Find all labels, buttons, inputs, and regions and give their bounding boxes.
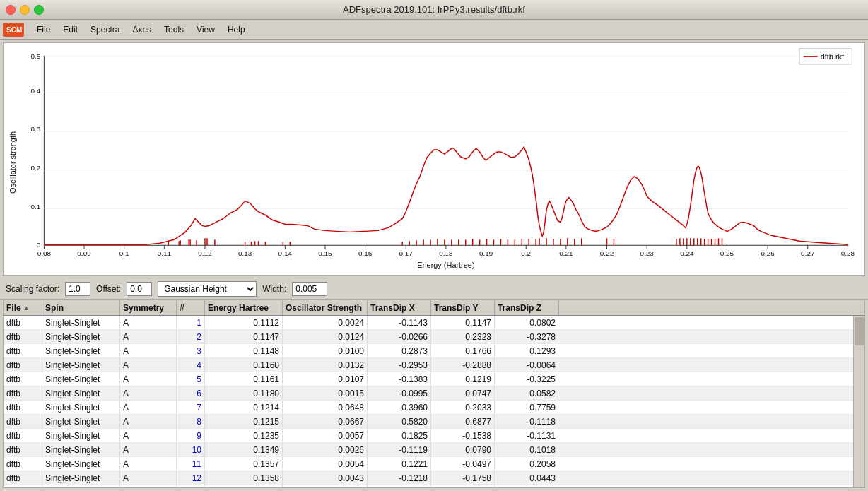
table-cell: Singlet-Singlet	[42, 401, 120, 414]
table-cell: -0.1143	[368, 316, 431, 329]
table-cell: -0.1383	[368, 372, 431, 386]
col-osc[interactable]: Oscillator Strength	[283, 300, 368, 315]
table-cell: 0.0132	[283, 358, 368, 372]
table-cell: -0.0262	[495, 485, 558, 487]
table-cell: -0.1131	[495, 429, 558, 442]
menu-edit[interactable]: Edit	[57, 23, 83, 37]
svg-text:0.26: 0.26	[761, 249, 775, 257]
table-cell: Singlet-Singlet	[42, 344, 120, 357]
table-cell: 0.1219	[431, 372, 495, 386]
table-cell: 1	[177, 316, 205, 329]
table-cell: 0.0107	[283, 372, 368, 386]
scm-logo[interactable]: SCM	[3, 23, 24, 37]
table-cell: 0.0099	[283, 485, 368, 487]
svg-text:dftb.rkf: dftb.rkf	[821, 52, 845, 61]
col-file[interactable]: File ▲	[4, 300, 42, 315]
table-cell: dftb	[4, 485, 42, 487]
table-cell: A	[120, 372, 177, 386]
table-cell: 0.1180	[205, 386, 283, 400]
table-row[interactable]: dftbSinglet-SingletA30.11480.01000.28730…	[4, 344, 853, 358]
menu-spectra[interactable]: Spectra	[85, 23, 125, 37]
svg-text:0.12: 0.12	[198, 249, 212, 257]
chart-container: Oscillator strength 0 0.1 0.2 0.3 0.4 0.…	[3, 42, 865, 276]
scaling-label: Scaling factor:	[6, 284, 59, 294]
menu-tools[interactable]: Tools	[158, 23, 189, 37]
table-cell: 0.1215	[205, 415, 283, 428]
table-row[interactable]: dftbSinglet-SingletA110.13570.00540.1221…	[4, 457, 853, 471]
table-cell: 7	[177, 401, 205, 414]
table-row[interactable]: dftbSinglet-SingletA40.11600.0132-0.2953…	[4, 358, 853, 372]
table-row[interactable]: dftbSinglet-SingletA10.11120.0024-0.1143…	[4, 316, 853, 330]
svg-text:0.5: 0.5	[31, 52, 41, 60]
scaling-input[interactable]	[65, 282, 90, 296]
table-cell: 0.2323	[431, 330, 495, 343]
table-cell: 0.0043	[283, 471, 368, 485]
scm-icon: SCM	[3, 23, 24, 37]
method-select[interactable]: Gaussian Height Lorentzian Stick	[158, 281, 257, 297]
col-num[interactable]: #	[177, 300, 205, 315]
table-cell: -0.3960	[368, 401, 431, 414]
table-row[interactable]: dftbSinglet-SingletA70.12140.0648-0.3960…	[4, 401, 853, 415]
menu-help[interactable]: Help	[222, 23, 251, 37]
table-row[interactable]: dftbSinglet-SingletA50.11610.0107-0.1383…	[4, 372, 853, 386]
table-cell: dftb	[4, 401, 42, 414]
table-cell: 0.0026	[283, 443, 368, 456]
table-row[interactable]: dftbSinglet-SingletA100.13490.0026-0.111…	[4, 443, 853, 457]
svg-text:0.2: 0.2	[521, 249, 531, 257]
maximize-button[interactable]	[34, 5, 44, 15]
table-cell: -0.0064	[495, 358, 558, 372]
col-energy[interactable]: Energy Hartree	[205, 300, 283, 315]
table-cell: dftb	[4, 372, 42, 386]
close-button[interactable]	[6, 5, 16, 15]
col-tdx[interactable]: TransDip X	[368, 300, 431, 315]
table-cell: Singlet-Singlet	[42, 330, 120, 343]
svg-text:0.25: 0.25	[720, 249, 734, 257]
offset-input[interactable]	[127, 282, 152, 296]
menu-bar: SCM File Edit Spectra Axes Tools View He…	[0, 20, 868, 40]
table-row[interactable]: dftbSinglet-SingletA80.12150.06670.58200…	[4, 415, 853, 429]
table-cell: 0.1161	[205, 372, 283, 386]
table-cell: 0.1148	[205, 344, 283, 357]
window-title: ADFspectra 2019.101: IrPPy3.results/dftb…	[343, 4, 525, 15]
table-cell: 0.2033	[431, 401, 495, 414]
table-cell: 0.1235	[205, 429, 283, 442]
table-cell: -0.3278	[495, 330, 558, 343]
scrollbar[interactable]	[853, 316, 864, 487]
table-body[interactable]: dftbSinglet-SingletA10.11120.0024-0.1143…	[4, 316, 864, 487]
table-cell: A	[120, 471, 177, 485]
table-cell: Singlet-Singlet	[42, 485, 120, 487]
table-cell: Singlet-Singlet	[42, 471, 120, 485]
table-row[interactable]: dftbSinglet-SingletA130.13720.00990.2309…	[4, 485, 853, 487]
menu-view[interactable]: View	[191, 23, 221, 37]
svg-text:0.11: 0.11	[158, 249, 172, 257]
menu-file[interactable]: File	[31, 23, 56, 37]
table-cell: 0.1825	[368, 429, 431, 442]
table-row[interactable]: dftbSinglet-SingletA90.12350.00570.1825-…	[4, 429, 853, 443]
svg-text:0.1: 0.1	[119, 249, 129, 257]
col-tdz[interactable]: TransDip Z	[495, 300, 558, 315]
minimize-button[interactable]	[20, 5, 30, 15]
col-symmetry[interactable]: Symmetry	[120, 300, 177, 315]
table-row[interactable]: dftbSinglet-SingletA120.13580.0043-0.121…	[4, 471, 853, 485]
table-cell: 8	[177, 415, 205, 428]
width-input[interactable]	[292, 282, 327, 296]
table-cell: 0.1357	[205, 457, 283, 471]
table-cell: -0.0995	[368, 386, 431, 400]
table-cell: 0.0057	[283, 429, 368, 442]
table-cell: 0.2058	[495, 457, 558, 471]
svg-text:0.19: 0.19	[479, 249, 493, 257]
table-cell: 0.1018	[495, 443, 558, 456]
table-cell: Singlet-Singlet	[42, 415, 120, 428]
table-row[interactable]: dftbSinglet-SingletA60.11800.0015-0.0995…	[4, 386, 853, 401]
col-tdy[interactable]: TransDip Y	[431, 300, 495, 315]
menu-axes[interactable]: Axes	[127, 23, 157, 37]
table-cell: 11	[177, 457, 205, 471]
table-row[interactable]: dftbSinglet-SingletA20.11470.0124-0.0266…	[4, 330, 853, 344]
table-cell: dftb	[4, 429, 42, 442]
table-cell: 0.1160	[205, 358, 283, 372]
table-cell: -0.1119	[368, 443, 431, 456]
table-cell: 0.0443	[495, 471, 558, 485]
table-cell: 0.2319	[431, 485, 495, 487]
col-spin[interactable]: Spin	[42, 300, 120, 315]
table-cell: 0.0648	[283, 401, 368, 414]
